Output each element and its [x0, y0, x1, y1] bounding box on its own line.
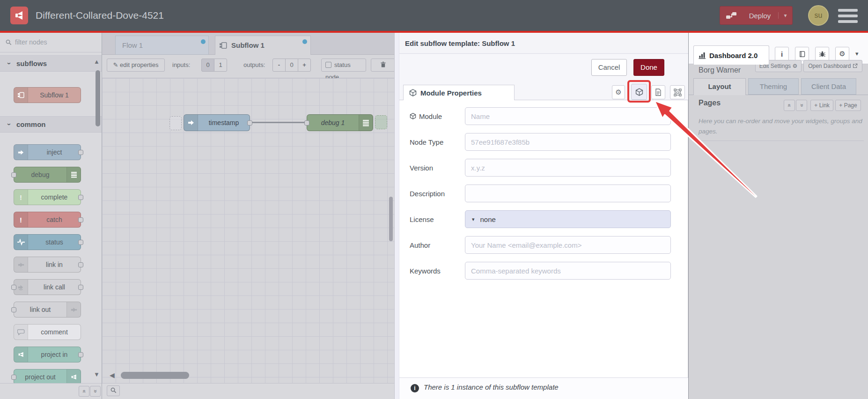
- palette-scroll-up-icon[interactable]: ▲: [94, 58, 100, 65]
- version-input[interactable]: [465, 159, 671, 177]
- outputs-increase-button[interactable]: +: [298, 59, 311, 72]
- palette-filter-input[interactable]: [14, 36, 89, 49]
- subflow-output-stub[interactable]: [375, 115, 387, 129]
- input-port[interactable]: [11, 375, 16, 380]
- palette-node-link-out[interactable]: link out: [14, 302, 81, 318]
- cancel-button[interactable]: Cancel: [591, 59, 627, 76]
- author-input[interactable]: [465, 236, 671, 254]
- keywords-input[interactable]: [465, 262, 671, 280]
- panel-footer: i There is 1 instance of this subflow te…: [399, 377, 688, 399]
- main-menu-button[interactable]: [838, 9, 858, 23]
- highlight-red-box: [627, 80, 651, 103]
- output-port[interactable]: [247, 120, 252, 126]
- module-properties-tab[interactable]: Module Properties: [403, 85, 515, 100]
- input-port[interactable]: [11, 172, 16, 177]
- palette-scroll-down-icon[interactable]: ▼: [94, 371, 100, 378]
- palette-node-project-in[interactable]: project in: [14, 347, 81, 362]
- palette-expand-all-button[interactable]: «: [90, 386, 101, 397]
- pages-collapse-button[interactable]: «: [784, 100, 795, 111]
- module-input[interactable]: [465, 107, 671, 125]
- status-node-toggle[interactable]: status node: [321, 59, 366, 72]
- project-logo-icon: [66, 369, 81, 384]
- canvas-zoom-button[interactable]: [107, 385, 120, 396]
- palette-node-link-in[interactable]: link in: [14, 257, 81, 273]
- inputs-0-button[interactable]: 0: [201, 59, 214, 72]
- help-tab-button[interactable]: [795, 47, 809, 61]
- user-avatar[interactable]: su: [808, 5, 829, 26]
- description-input[interactable]: [465, 185, 671, 202]
- node-label: link call: [28, 283, 81, 291]
- link-arrow-icon: [66, 302, 81, 317]
- node-palette: ›subflows Subflow 1 ›common inject debug…: [0, 33, 102, 399]
- palette-node-subflow-1[interactable]: Subflow 1: [14, 87, 81, 103]
- double-chevron-down-icon: «: [796, 104, 807, 107]
- pages-section-title: Pages: [699, 99, 721, 107]
- palette-node-complete[interactable]: ! complete: [14, 189, 81, 205]
- palette-collapse-all-button[interactable]: «: [79, 386, 89, 397]
- tab-subflow-1[interactable]: Subflow 1: [215, 36, 311, 55]
- edit-properties-tab-button[interactable]: ⚙: [612, 85, 625, 99]
- comment-bubble-icon: [14, 325, 28, 340]
- output-port[interactable]: [78, 217, 83, 222]
- appearance-tab-button[interactable]: [670, 85, 685, 99]
- palette-node-status[interactable]: status: [14, 234, 81, 250]
- tab-layout[interactable]: Layout: [693, 78, 746, 95]
- subflow-input-stub[interactable]: [169, 116, 182, 130]
- tab-dashboard-2[interactable]: Dashboard 2.0: [693, 45, 769, 65]
- node-type-input[interactable]: [465, 133, 671, 151]
- input-port[interactable]: [304, 120, 309, 126]
- license-field-label: License: [410, 210, 463, 228]
- output-port[interactable]: [78, 352, 83, 357]
- wire[interactable]: [250, 122, 307, 123]
- palette-node-catch[interactable]: ! catch: [14, 212, 81, 228]
- deploy-button[interactable]: Deploy ▾: [720, 6, 793, 25]
- edit-properties-button[interactable]: ✎ edit properties: [107, 59, 165, 72]
- palette-node-comment[interactable]: comment: [14, 324, 81, 340]
- canvas-vertical-scrollbar[interactable]: [389, 197, 393, 241]
- palette-category-subflows[interactable]: ›subflows: [0, 55, 102, 72]
- palette-node-project-out[interactable]: project out: [14, 369, 81, 385]
- canvas-horizontal-scrollbar[interactable]: [121, 372, 189, 379]
- description-tab-button[interactable]: [651, 85, 665, 99]
- version-field-label: Version: [410, 159, 463, 177]
- palette-category-common[interactable]: ›common: [0, 116, 102, 133]
- tab-theming[interactable]: Theming: [748, 78, 799, 95]
- sidebar-more-caret-icon[interactable]: ▾: [855, 50, 859, 57]
- deploy-caret-icon[interactable]: ▾: [778, 12, 792, 19]
- node-label: link out: [14, 306, 66, 313]
- panel-resize-strip[interactable]: [395, 33, 399, 399]
- node-label: status: [28, 238, 81, 246]
- input-port[interactable]: [11, 285, 16, 290]
- outputs-decrease-button[interactable]: -: [272, 59, 286, 72]
- add-link-button[interactable]: + Link: [810, 100, 833, 111]
- inputs-1-button[interactable]: 1: [214, 59, 227, 72]
- add-page-button[interactable]: + Page: [835, 100, 861, 111]
- pages-expand-button[interactable]: «: [796, 100, 807, 111]
- scroll-left-icon[interactable]: ◀: [110, 371, 115, 379]
- palette-node-inject[interactable]: inject: [14, 144, 81, 160]
- output-port[interactable]: [78, 195, 83, 200]
- double-chevron-up-icon: «: [79, 390, 89, 393]
- output-port[interactable]: [78, 262, 83, 267]
- input-port[interactable]: [11, 307, 16, 312]
- license-select[interactable]: ▾ none: [465, 210, 671, 228]
- canvas-node-debug-1[interactable]: debug 1: [307, 114, 373, 131]
- output-port[interactable]: [78, 150, 83, 155]
- debug-tab-button[interactable]: [815, 47, 829, 61]
- delete-subflow-button[interactable]: [371, 59, 394, 72]
- canvas-node-timestamp[interactable]: timestamp: [184, 114, 250, 131]
- palette-search[interactable]: [0, 33, 102, 52]
- output-port[interactable]: [78, 285, 83, 290]
- info-tab-button[interactable]: i: [775, 47, 789, 61]
- tab-client-data[interactable]: Client Data: [801, 78, 856, 95]
- output-port[interactable]: [78, 240, 83, 245]
- open-dashboard-button[interactable]: Open Dashboard: [803, 60, 862, 72]
- palette-node-link-call[interactable]: link call: [14, 279, 81, 295]
- config-tab-button[interactable]: ⚙: [835, 47, 849, 61]
- palette-scrollbar[interactable]: [96, 70, 100, 126]
- debug-sidebar-icon: [66, 167, 81, 182]
- tab-flow-1[interactable]: Flow 1: [115, 36, 209, 55]
- done-button[interactable]: Done: [633, 59, 664, 76]
- palette-node-debug[interactable]: debug: [14, 167, 81, 183]
- external-link-icon: [853, 63, 858, 68]
